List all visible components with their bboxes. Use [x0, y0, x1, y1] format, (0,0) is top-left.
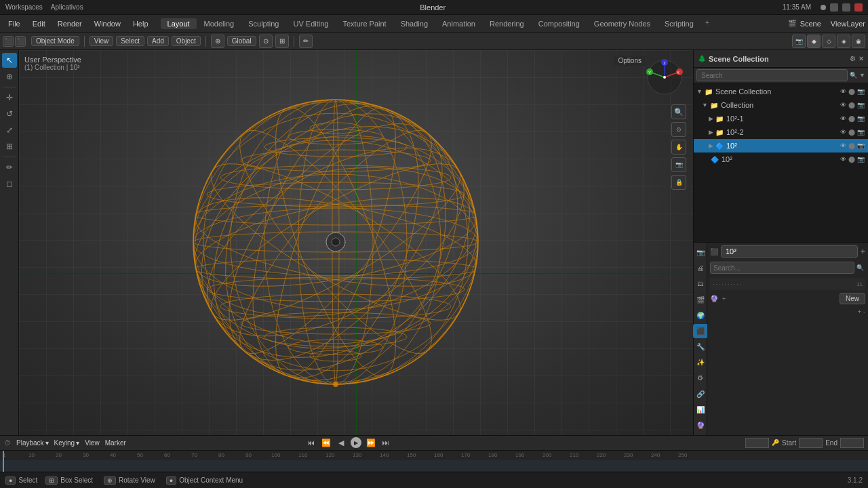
transform-tool-button[interactable]: ⊞ — [2, 139, 17, 154]
select-menu-button[interactable]: Select — [116, 36, 144, 46]
vp-icon-5[interactable]: ⬤ — [848, 142, 856, 149]
outliner-item-102-b[interactable]: 🔷 10² 👁 ⬤ 📷 — [694, 152, 868, 166]
move-tool-button[interactable]: ✛ — [2, 90, 17, 105]
ren-icon-5[interactable]: 📷 — [856, 142, 865, 149]
mode-icon[interactable]: ⬛ — [15, 36, 26, 47]
viewport-visible-icon[interactable]: ⬤ — [848, 88, 856, 95]
prop-tab-modifier[interactable]: 🔧 — [693, 340, 708, 354]
menu-window[interactable]: Window — [89, 18, 126, 29]
add-menu-button[interactable]: Add — [147, 36, 169, 46]
zoom-extent-button[interactable]: ⊙ — [671, 122, 686, 137]
prop-tab-constraints[interactable]: 🔗 — [693, 387, 708, 401]
object-menu-button[interactable]: Object — [172, 36, 201, 46]
current-frame-input[interactable]: 1 — [745, 438, 769, 448]
viewport[interactable]: User Perspective (1) Collection | 10² Op… — [19, 50, 693, 435]
pan-button[interactable]: ✋ — [671, 140, 686, 155]
prop-tab-data[interactable]: 📊 — [693, 403, 708, 417]
maximize-button[interactable] — [842, 3, 850, 12]
step-forward-button[interactable]: ⏩ — [366, 437, 376, 448]
collapse-icon[interactable]: - — [863, 308, 865, 315]
viewport-gizmo[interactable]: X Y Z — [644, 57, 685, 98]
render-visible-icon[interactable]: 📷 — [856, 88, 865, 95]
tab-modeling[interactable]: Modeling — [197, 18, 241, 29]
sphere-object[interactable] — [173, 79, 498, 406]
outliner-close-icon[interactable]: ✕ — [859, 55, 864, 62]
scene-label[interactable]: Scene — [800, 20, 821, 28]
vp-icon-6[interactable]: ⬤ — [848, 156, 856, 163]
tab-geometry-nodes[interactable]: Geometry Nodes — [587, 18, 657, 29]
tab-uv-editing[interactable]: UV Editing — [286, 18, 335, 29]
plus-icon[interactable]: + — [722, 296, 726, 302]
menu-file[interactable]: File — [3, 18, 26, 29]
timeline-ruler[interactable]: 1 10 20 30 40 50 60 70 80 90 100 110 120… — [0, 451, 868, 472]
play-button[interactable]: ▶ — [351, 437, 361, 448]
prop-tab-output[interactable]: 🖨 — [693, 261, 708, 275]
tab-shading[interactable]: Shading — [394, 18, 435, 29]
outliner-item-collection[interactable]: ▼ 📁 Collection 👁 ⬤ 📷 — [694, 98, 868, 112]
menu-edit[interactable]: Edit — [27, 18, 51, 29]
ren-icon-4[interactable]: 📷 — [856, 129, 865, 136]
prop-expand-icon[interactable]: + — [861, 247, 865, 256]
prop-tab-view-layer[interactable]: 🗂 — [693, 277, 708, 291]
annotate-tool-button[interactable]: ✏ — [2, 160, 17, 175]
cursor-tool-button[interactable]: ⊕ — [2, 69, 17, 84]
prop-tab-object[interactable]: ⬛ — [693, 324, 708, 338]
menu-help[interactable]: Help — [127, 18, 154, 29]
keying-dropdown[interactable]: Keying ▾ — [54, 439, 80, 447]
shading-solid-button[interactable]: ◆ — [807, 35, 821, 48]
outliner-item-102-1[interactable]: ▶ 📁 10²-1 👁 ⬤ 📷 — [694, 112, 868, 125]
prop-tab-material[interactable]: 🔮 — [693, 418, 708, 432]
ren-icon-3[interactable]: 📷 — [856, 115, 865, 122]
outliner-search-input[interactable] — [696, 69, 848, 81]
vp-icon-4[interactable]: ⬤ — [848, 129, 856, 136]
outliner-filter-icon[interactable]: ⚙ — [850, 55, 856, 62]
outliner-item-102-2[interactable]: ▶ 📁 10²-2 👁 ⬤ 📷 — [694, 125, 868, 139]
prop-tab-particles[interactable]: ✨ — [693, 355, 708, 369]
jump-start-button[interactable]: ⏮ — [306, 437, 317, 448]
close-button[interactable] — [854, 3, 863, 12]
object-mode-dropdown[interactable]: Object Mode — [31, 36, 79, 46]
play-back-button[interactable]: ◀ — [336, 437, 347, 448]
global-orient-button[interactable]: ⬛ — [3, 36, 14, 47]
shading-material-button[interactable]: ◇ — [822, 35, 835, 48]
vp-icon-3[interactable]: ⬤ — [848, 115, 856, 122]
step-back-button[interactable]: ⏪ — [321, 437, 332, 448]
snap-icon[interactable]: ⊞ — [275, 35, 289, 48]
expand-icon[interactable]: + — [858, 308, 861, 315]
measure-tool-button[interactable]: ◻ — [2, 176, 17, 191]
outliner-filter-icon2[interactable]: ▼ — [859, 72, 865, 79]
vis-icon-4[interactable]: 👁 — [840, 129, 847, 136]
vis-icon-6[interactable]: 👁 — [840, 156, 847, 163]
prop-search-input[interactable] — [710, 262, 854, 274]
timeline-mode-icon[interactable]: ⏱ — [4, 439, 11, 447]
visibility-icon[interactable]: 👁 — [840, 88, 847, 95]
viewlayer-label[interactable]: ViewLayer — [831, 20, 865, 28]
timeline-marker-label[interactable]: Marker — [105, 439, 126, 447]
rotate-tool-button[interactable]: ↺ — [2, 106, 17, 121]
visibility-icon-2[interactable]: 👁 — [840, 102, 847, 108]
end-frame-input[interactable]: 250 — [840, 438, 864, 448]
jump-end-button[interactable]: ⏭ — [380, 437, 391, 448]
workspaces-label[interactable]: Workspaces — [5, 3, 43, 11]
viewport-shading-icon[interactable]: ⊕ — [211, 35, 224, 48]
outliner-item-scene-collection[interactable]: ▼ 📁 Scene Collection 👁 ⬤ 📷 — [694, 85, 868, 98]
proportional-edit-icon[interactable]: ⊙ — [259, 35, 273, 48]
tab-scripting[interactable]: Scripting — [658, 18, 701, 29]
viewport-options-button[interactable]: Options — [614, 56, 646, 66]
annotation-icon[interactable]: ✏ — [299, 35, 313, 48]
tab-sculpting[interactable]: Sculpting — [241, 18, 285, 29]
prop-tab-render[interactable]: 📷 — [693, 245, 708, 260]
timeline-view-label[interactable]: View — [85, 439, 100, 447]
aplicativos-label[interactable]: Aplicativos — [51, 3, 83, 11]
scale-tool-button[interactable]: ⤢ — [2, 123, 17, 138]
ren-icon-6[interactable]: 📷 — [856, 156, 865, 163]
shading-eevee-button[interactable]: ◉ — [852, 35, 865, 48]
tab-compositing[interactable]: Compositing — [532, 18, 587, 29]
select-tool-button[interactable]: ↖ — [2, 53, 17, 68]
prop-tab-world[interactable]: 🌍 — [693, 308, 708, 323]
tab-animation[interactable]: Animation — [435, 18, 482, 29]
object-name-field[interactable]: 10² — [721, 245, 858, 258]
prop-tab-scene[interactable]: 🎬 — [693, 293, 708, 307]
camera-view-button[interactable]: 📷 — [792, 35, 806, 48]
vis-icon-5[interactable]: 👁 — [840, 142, 847, 149]
